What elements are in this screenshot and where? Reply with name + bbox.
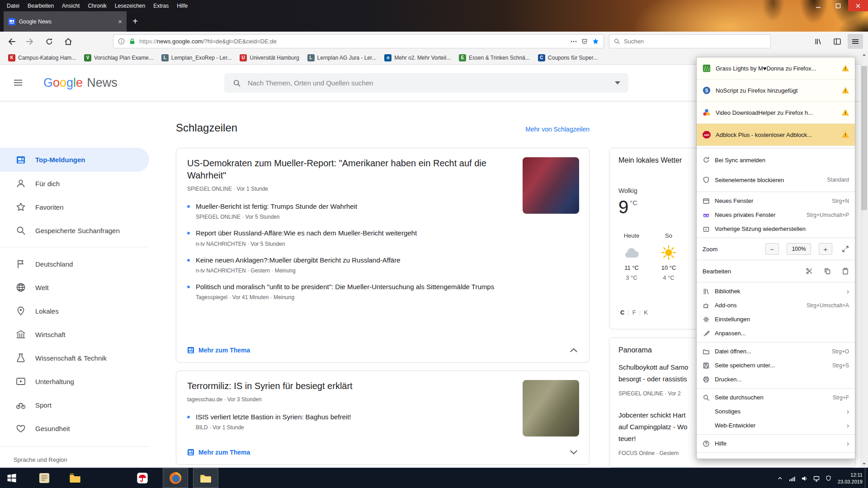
- related-article[interactable]: ISIS verliert letzte Bastion in Syrien: …: [187, 413, 578, 431]
- addon-notification[interactable]: Grass Lights by M♥Donna zu Firefox...: [697, 57, 855, 80]
- pocket-icon[interactable]: [581, 38, 588, 45]
- app-menu-item[interactable]: Neues FensterStrg+N: [697, 194, 855, 208]
- url-bar[interactable]: https://news.google.com/?hl=de&gl=DE&cei…: [113, 34, 604, 48]
- bookmark-item[interactable]: oMehr o2. Mehr Vorteil...: [381, 53, 454, 63]
- new-tab-button[interactable]: +: [127, 11, 144, 32]
- google-news-logo[interactable]: GoogleNews: [43, 65, 118, 101]
- menubar-item-extras[interactable]: Extras: [149, 1, 173, 11]
- bookmark-item[interactable]: LLernplan AG Jura - Ler...: [304, 53, 380, 63]
- fullscreen-icon[interactable]: [842, 245, 849, 253]
- gn-search-box[interactable]: [224, 73, 628, 93]
- related-article-title[interactable]: ISIS verliert letzte Bastion in Syrien: …: [196, 413, 351, 422]
- start-button[interactable]: [0, 468, 24, 488]
- zoom-in-button[interactable]: +: [819, 243, 832, 255]
- bookmark-item[interactable]: LLernplan_ExoRep - Ler...: [158, 53, 235, 63]
- sidebar-item-gesundheit[interactable]: Gesundheit: [0, 417, 149, 440]
- menubar-item-chronik[interactable]: Chronik: [84, 1, 110, 11]
- sidebar-item-welt[interactable]: Welt: [0, 276, 149, 299]
- app-menu-item[interactable]: Web-Entwickler›: [697, 418, 855, 432]
- related-article[interactable]: Keine neuen Anklagen?:Mueller übergibt B…: [187, 256, 578, 274]
- menubar-item-datei[interactable]: Datei: [3, 1, 24, 11]
- scrollbar-thumb[interactable]: [861, 66, 867, 210]
- bookmark-item[interactable]: UUniversität Hamburg: [236, 53, 302, 63]
- library-button[interactable]: [811, 34, 826, 49]
- browser-search-input[interactable]: [624, 38, 766, 45]
- related-article[interactable]: Mueller-Bericht ist fertig: Trumps Stund…: [187, 202, 578, 220]
- tray-signal-icon[interactable]: [789, 475, 795, 482]
- expand-chevron-icon[interactable]: [566, 446, 582, 459]
- app-menu-item[interactable]: Datei öffnen...Strg+O: [697, 344, 855, 358]
- sidebar-item-wissenschaft-technik[interactable]: Wissenschaft & Technik: [0, 346, 149, 370]
- full-coverage-link[interactable]: Mehr zum Thema: [187, 449, 250, 456]
- tray-security-icon[interactable]: [826, 475, 831, 481]
- app-menu-item[interactable]: Drucken...: [697, 372, 855, 386]
- sidebar-item-deutschland[interactable]: Deutschland: [0, 252, 149, 276]
- menubar-item-bearbeiten[interactable]: Bearbeiten: [24, 1, 58, 11]
- related-article-title[interactable]: Keine neuen Anklagen?:Mueller übergibt B…: [196, 256, 401, 265]
- menubar-item-ansicht[interactable]: Ansicht: [58, 1, 84, 11]
- scrollbar-up-icon[interactable]: [860, 51, 868, 59]
- section-more-link[interactable]: Mehr von Schlagzeilen: [525, 126, 590, 133]
- article-image[interactable]: [523, 157, 579, 214]
- url-text[interactable]: https://news.google.com/?hl=de&gl=DE&cei…: [139, 38, 566, 45]
- collapse-chevron-icon[interactable]: [566, 343, 582, 357]
- bookmark-item[interactable]: VVorschlag Plan Exame...: [80, 53, 157, 63]
- sidebar-item-top-meldungen[interactable]: Top-Meldungen: [0, 148, 149, 172]
- app-menu-item[interactable]: Neues privates FensterStrg+Umschalt+P: [697, 208, 855, 222]
- related-article[interactable]: Politisch und moralisch "unfit to be pre…: [187, 282, 578, 300]
- close-button[interactable]: [848, 0, 868, 11]
- back-button[interactable]: [4, 34, 19, 49]
- sidebar-item[interactable]: Gespeicherte Suchanfragen: [0, 219, 149, 242]
- gn-menu-icon[interactable]: [13, 77, 24, 88]
- tray-volume-icon[interactable]: [801, 475, 807, 482]
- unit-C[interactable]: C: [620, 309, 624, 316]
- unit-K[interactable]: K: [644, 309, 648, 316]
- tab-close-icon[interactable]: ×: [118, 18, 122, 25]
- app-menu-item[interactable]: BeendenStrg+Umschalt+Q: [697, 455, 855, 459]
- related-article-title[interactable]: Report über Russland-Affäre:Wie es nach …: [196, 229, 417, 238]
- bookmark-item[interactable]: EEssen & Trinken Schnä...: [455, 53, 533, 63]
- avira-taskbar-button[interactable]: [130, 468, 155, 488]
- sidebar-item[interactable]: Für dich: [0, 172, 149, 195]
- page-actions-icon[interactable]: [570, 38, 577, 45]
- forward-button[interactable]: [23, 34, 38, 49]
- sidebar-item-wirtschaft[interactable]: Wirtschaft: [0, 323, 149, 346]
- menubar-item-hilfe[interactable]: Hilfe: [173, 1, 192, 11]
- scrollbar-down-icon[interactable]: [860, 460, 868, 468]
- sidebar-item-sport[interactable]: Sport: [0, 393, 149, 417]
- page-scrollbar[interactable]: [860, 51, 868, 468]
- tray-network-icon[interactable]: [813, 475, 820, 482]
- app-menu-item[interactable]: Seite durchsuchenStrg+F: [697, 390, 855, 404]
- related-article[interactable]: Report über Russland-Affäre:Wie es nach …: [187, 229, 578, 247]
- sidebar-item-lokales[interactable]: Lokales: [0, 299, 149, 323]
- addon-notification[interactable]: Video DownloadHelper zu Firefox h...: [697, 102, 855, 124]
- paste-icon[interactable]: [842, 267, 849, 275]
- file-explorer-taskbar-button[interactable]: [62, 468, 88, 488]
- related-article-title[interactable]: Mueller-Bericht ist fertig: Trumps Stund…: [196, 202, 357, 211]
- browser-tab[interactable]: Google News ×: [4, 11, 127, 32]
- sidebars-button[interactable]: [830, 34, 845, 49]
- full-coverage-link[interactable]: Mehr zum Thema: [187, 347, 250, 354]
- maximize-button[interactable]: [828, 0, 848, 11]
- sidebar-item-unterhaltung[interactable]: Unterhaltung: [0, 370, 149, 393]
- bookmark-item[interactable]: KCampus-Katalog Ham...: [5, 53, 80, 63]
- home-button[interactable]: [61, 34, 76, 49]
- addon-notification[interactable]: SNoScript zu Firefox hinzugefügt: [697, 80, 855, 102]
- bookmark-star-icon[interactable]: [592, 38, 599, 45]
- app-menu-item[interactable]: Bibliothek›: [697, 284, 855, 298]
- bookmark-item[interactable]: CCoupons für Super...: [534, 53, 601, 63]
- app-menu-item[interactable]: Anpassen...: [697, 326, 855, 340]
- menubar-item-lesezeichen[interactable]: Lesezeichen: [111, 1, 149, 11]
- notes-app-taskbar-button[interactable]: [32, 468, 57, 488]
- taskbar-clock[interactable]: 12:11 23.03.2019: [838, 472, 863, 485]
- app-menu-item[interactable]: Einstellungen: [697, 312, 855, 326]
- reload-button[interactable]: [42, 34, 57, 49]
- sidebar-item[interactable]: Favoriten: [0, 195, 149, 219]
- copy-icon[interactable]: [824, 267, 831, 275]
- app-menu-item[interactable]: Add-onsStrg+Umschalt+A: [697, 298, 855, 312]
- app-menu-item[interactable]: Seitenelemente blockierenStandard: [697, 170, 855, 190]
- gn-search-dropdown-icon[interactable]: [615, 81, 620, 84]
- gn-search-input[interactable]: [248, 79, 609, 87]
- browser-search-bar[interactable]: [609, 34, 771, 48]
- weather-unit-switch[interactable]: C|F|K: [620, 309, 648, 316]
